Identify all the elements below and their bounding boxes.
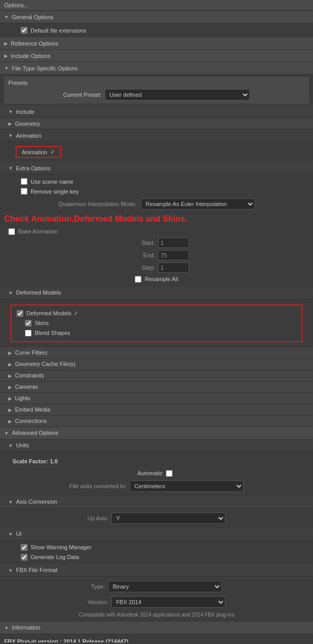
cameras-label: Cameras [15, 384, 38, 390]
type-label: Type: [91, 583, 105, 590]
start-label: Start: [124, 240, 155, 246]
blend-shapes-label: Blend Shapes [35, 330, 70, 336]
include-options-arrow [4, 53, 8, 58]
resample-all-checkbox[interactable] [135, 276, 141, 283]
show-warning-manager-row: Show Warning Manager [0, 543, 313, 552]
constraints-arrow [8, 373, 12, 378]
ui-arrow [8, 531, 13, 537]
include-subsection-arrow [8, 109, 13, 114]
ui-header[interactable]: UI [0, 528, 313, 540]
file-units-select[interactable]: Centimeters [130, 480, 244, 492]
geometry-label: Geometry [15, 121, 40, 127]
deformed-models-inner-label: Deformed Models [26, 310, 72, 316]
blend-shapes-checkbox[interactable] [25, 330, 32, 336]
embed-media-label: Embed Media [15, 406, 50, 413]
generate-log-data-checkbox[interactable] [21, 554, 27, 561]
fbx-file-format-header[interactable]: FBX File Format [0, 564, 313, 577]
quaternion-row: Quaternion Interpolation Mode: Resample … [0, 196, 313, 212]
advanced-options-header[interactable]: Advanced Options [0, 427, 313, 440]
skins-label: Skins [35, 320, 49, 326]
end-row: End: [0, 249, 313, 261]
generate-log-data-label: Generate Log Data [31, 554, 79, 560]
animation-label: Animation [16, 133, 41, 139]
file-units-row: File units converted to: Centimeters [0, 478, 313, 494]
animation-checkbox-box: Animation ✓ [16, 146, 61, 158]
animation-checkbox-label: Animation [22, 149, 47, 155]
default-file-extensions-row: Default file extensions [0, 25, 313, 35]
step-row: Step: [0, 261, 313, 274]
file-units-label: File units converted to: [69, 483, 127, 489]
general-options-header[interactable]: General Options [0, 11, 313, 23]
connections-header[interactable]: Connections [0, 416, 313, 427]
axis-conversion-content: Up Axis: Y [0, 508, 313, 528]
fbx-file-format-content: Type: Binary Version: FBX 2014 Compatibl… [0, 577, 313, 622]
top-bar: Options... [0, 0, 313, 11]
fbx-file-format-arrow [8, 567, 13, 573]
current-preset-select[interactable]: User defined [105, 89, 250, 100]
deformed-models-header[interactable]: Deformed Models [0, 287, 313, 299]
resample-all-label: Resample All [145, 276, 178, 282]
cameras-arrow [8, 384, 12, 390]
deformed-models-checkbox[interactable] [17, 310, 23, 317]
advanced-options-arrow [4, 430, 9, 436]
include-subsection-label: Include [16, 109, 34, 115]
reference-options-arrow [4, 40, 8, 46]
remove-single-key-checkbox[interactable] [21, 188, 27, 195]
deformed-models-checkmark: ✓ [74, 310, 78, 317]
bake-animation-label: Bake Animation [18, 228, 58, 235]
up-axis-select[interactable]: Y [111, 513, 225, 524]
axis-conversion-arrow [8, 499, 13, 505]
automatic-checkbox[interactable] [166, 470, 173, 477]
information-label: Information [12, 624, 40, 631]
main-content: General Options Default file extensions … [0, 11, 313, 642]
lights-header[interactable]: Lights [0, 393, 313, 404]
scale-factor-row: Scale Factor: 1.0 [0, 454, 313, 469]
curve-filters-header[interactable]: Curve Filters [0, 347, 313, 359]
show-warning-manager-checkbox[interactable] [21, 544, 27, 551]
deformed-models-box: Deformed Models ✓ Skins Blend Shapes [10, 304, 303, 342]
include-options-header[interactable]: Include Options [0, 50, 313, 62]
extra-options-header[interactable]: Extra Options [0, 162, 313, 174]
automatic-label: Automatic [137, 470, 163, 476]
geometry-cache-header[interactable]: Geometry Cache File(s) [0, 359, 313, 370]
information-arrow [4, 625, 9, 631]
extra-options-label: Extra Options [16, 165, 51, 171]
up-axis-row: Up Axis: Y [0, 510, 313, 526]
type-select[interactable]: Binary [108, 581, 222, 592]
file-type-specific-label: File Type Specific Options [12, 65, 78, 71]
embed-media-header[interactable]: Embed Media [0, 404, 313, 416]
reference-options-header[interactable]: Reference Options [0, 37, 313, 50]
skins-row: Skins [17, 318, 296, 328]
fbx-file-format-label: FBX File Format [16, 567, 58, 573]
cameras-header[interactable]: Cameras [0, 382, 313, 393]
information-header[interactable]: Information [0, 622, 313, 634]
animation-header[interactable]: Animation [0, 129, 313, 142]
start-input[interactable] [158, 238, 189, 248]
extra-options-content: Use scene name Remove single key Quatern… [0, 174, 313, 287]
curve-filters-arrow [8, 350, 12, 356]
curve-filters-label: Curve Filters [15, 349, 47, 356]
remove-single-key-row: Remove single key [0, 186, 313, 196]
units-arrow [8, 443, 13, 448]
quaternion-select[interactable]: Resample As Euler Interpolation [141, 198, 255, 210]
quaternion-label: Quaternion Interpolation Mode: [58, 201, 137, 207]
end-input[interactable] [158, 250, 189, 260]
default-file-extensions-checkbox[interactable] [21, 27, 27, 34]
axis-conversion-label: Axis Conversion [16, 499, 57, 505]
use-scene-name-checkbox[interactable] [21, 178, 27, 185]
constraints-header[interactable]: Constraints [0, 370, 313, 382]
reference-options-label: Reference Options [11, 40, 59, 47]
file-type-specific-header[interactable]: File Type Specific Options [0, 62, 313, 75]
units-header[interactable]: Units [0, 440, 313, 452]
version-select[interactable]: FBX 2014 [111, 596, 225, 608]
include-subsection-header[interactable]: Include [0, 106, 313, 118]
axis-conversion-header[interactable]: Axis Conversion [0, 496, 313, 508]
deformed-models-content: Deformed Models ✓ Skins Blend Shapes [0, 299, 313, 347]
geometry-header[interactable]: Geometry [0, 118, 313, 129]
step-input[interactable] [158, 262, 189, 273]
bake-animation-checkbox[interactable] [8, 228, 15, 235]
skins-checkbox[interactable] [25, 320, 32, 327]
lights-arrow [8, 396, 12, 401]
up-axis-label: Up Axis: [88, 515, 108, 521]
geometry-cache-label: Geometry Cache File(s) [15, 361, 76, 367]
